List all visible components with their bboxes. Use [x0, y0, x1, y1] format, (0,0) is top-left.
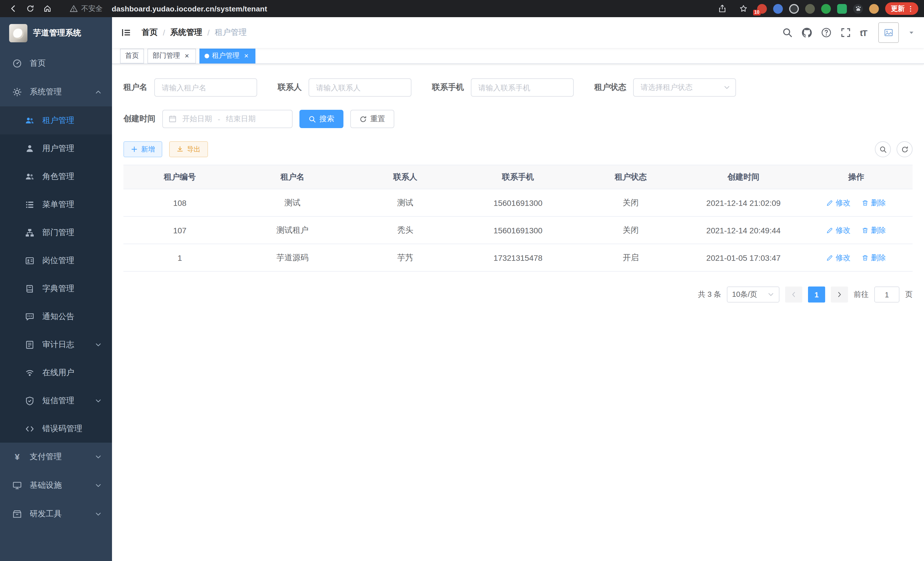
breadcrumb-system[interactable]: 系统管理: [170, 27, 202, 38]
sidebar-item-sms[interactable]: 短信管理: [0, 387, 112, 415]
close-icon[interactable]: ×: [242, 52, 250, 60]
edit-link[interactable]: 修改: [826, 198, 850, 208]
share-icon[interactable]: [715, 1, 730, 16]
tab-tenant[interactable]: 租户管理 ×: [200, 48, 255, 63]
dict-icon: [25, 284, 34, 293]
trash-icon: [862, 254, 869, 261]
refresh-icon: [359, 115, 367, 123]
delete-link[interactable]: 删除: [862, 225, 886, 235]
site-security-indicator[interactable]: 不安全: [70, 4, 103, 14]
sidebar-item-tenant[interactable]: 租户管理: [0, 106, 112, 134]
create-time-label: 创建时间: [123, 114, 155, 124]
extension-icon[interactable]: [805, 4, 815, 14]
search-button[interactable]: 搜索: [299, 110, 344, 128]
edit-link[interactable]: 修改: [826, 225, 850, 235]
sidebar-item-notice[interactable]: 通知公告: [0, 302, 112, 331]
goto-page-input[interactable]: [874, 287, 899, 302]
extension-icon[interactable]: [789, 4, 799, 14]
cell-status: 关闭: [574, 217, 687, 244]
prev-page-button[interactable]: [785, 287, 802, 302]
contact-input[interactable]: [309, 78, 411, 97]
sidebar-item-post[interactable]: 岗位管理: [0, 247, 112, 274]
breadcrumb-home[interactable]: 首页: [142, 27, 158, 38]
tenant-name-input[interactable]: [154, 78, 257, 97]
chevron-down-icon: [95, 511, 102, 517]
reset-button[interactable]: 重置: [350, 110, 394, 128]
caret-down-icon[interactable]: [908, 29, 915, 36]
sidebar-collapse-icon[interactable]: [121, 27, 131, 38]
export-button[interactable]: 导出: [169, 141, 208, 157]
bookmark-star-icon[interactable]: [736, 1, 751, 16]
menu-label: 错误码管理: [42, 423, 82, 434]
sms-icon: [25, 396, 34, 405]
sidebar-item-home[interactable]: 首页: [0, 49, 112, 78]
kebab-menu-icon[interactable]: [907, 5, 914, 12]
sidebar-item-audit-log[interactable]: 审计日志: [0, 331, 112, 359]
browser-back-button[interactable]: [6, 1, 21, 16]
refresh-table-button[interactable]: [897, 141, 913, 157]
sidebar-item-dict[interactable]: 字典管理: [0, 274, 112, 302]
add-button[interactable]: 新增: [123, 141, 162, 157]
extension-icon[interactable]: [837, 4, 847, 14]
menu-label: 短信管理: [42, 396, 74, 406]
search-icon[interactable]: [782, 27, 793, 38]
browser-reload-button[interactable]: [23, 1, 38, 16]
menu-label: 租户管理: [42, 115, 74, 126]
page-number-current[interactable]: 1: [808, 287, 825, 302]
filter-row-1: 租户名 联系人 联系手机 租户状态 请选择租户状态: [123, 78, 913, 97]
cell-tenant-id: 108: [123, 189, 236, 217]
font-size-icon[interactable]: tT: [860, 28, 867, 38]
browser-home-button[interactable]: [40, 1, 55, 16]
browser-update-button[interactable]: 更新: [885, 2, 918, 15]
github-icon[interactable]: [802, 27, 812, 38]
browser-profile-avatar[interactable]: [869, 4, 879, 14]
extension-icon[interactable]: [821, 4, 831, 14]
status-select[interactable]: 请选择租户状态: [633, 78, 736, 97]
close-icon[interactable]: ×: [183, 52, 191, 60]
status-label: 租户状态: [594, 82, 626, 93]
sidebar-item-system[interactable]: 系统管理: [0, 78, 112, 106]
search-icon: [879, 146, 886, 153]
menu-label: 系统管理: [30, 87, 62, 97]
menu-label: 在线用户: [42, 367, 74, 378]
sidebar-item-dept[interactable]: 部门管理: [0, 218, 112, 247]
sidebar-item-menu[interactable]: 菜单管理: [0, 190, 112, 218]
app-logo-row[interactable]: 芋道管理系统: [0, 17, 112, 49]
edit-icon: [826, 199, 833, 206]
export-button-label: 导出: [187, 144, 201, 154]
sidebar-item-devtools[interactable]: 研发工具: [0, 500, 112, 528]
help-icon[interactable]: [821, 27, 831, 38]
address-bar-url[interactable]: dashboard.yudao.iocoder.cn/system/tenant: [112, 4, 267, 13]
delete-link[interactable]: 删除: [862, 198, 886, 208]
sidebar-item-error-code[interactable]: 错误码管理: [0, 415, 112, 443]
sidebar-item-payment[interactable]: ¥ 支付管理: [0, 443, 112, 471]
extension-icon[interactable]: 10: [757, 4, 767, 14]
menu-label: 用户管理: [42, 143, 74, 153]
sidebar-item-role[interactable]: 角色管理: [0, 162, 112, 190]
next-page-button[interactable]: [831, 287, 848, 302]
extension-icon[interactable]: [773, 4, 783, 14]
extension-paw-icon[interactable]: [853, 4, 863, 14]
fullscreen-icon[interactable]: [841, 27, 851, 38]
col-status: 租户状态: [574, 165, 687, 189]
mobile-input[interactable]: [471, 78, 574, 97]
cell-actions: 修改 删除: [800, 217, 913, 244]
update-label: 更新: [891, 4, 904, 14]
sidebar-item-infra[interactable]: 基础设施: [0, 471, 112, 500]
sidebar-item-online-user[interactable]: 在线用户: [0, 359, 112, 387]
cell-tenant-name: 测试: [236, 189, 349, 217]
notice-icon: [25, 312, 34, 321]
menu-label: 首页: [30, 58, 46, 69]
edit-link[interactable]: 修改: [826, 253, 850, 263]
delete-link[interactable]: 删除: [862, 253, 886, 263]
page-size-select[interactable]: 10条/页: [727, 287, 779, 302]
sidebar-item-user[interactable]: 用户管理: [0, 134, 112, 162]
breadcrumb-separator: /: [207, 28, 210, 37]
tab-dept[interactable]: 部门管理 ×: [147, 48, 196, 63]
toggle-search-button[interactable]: [875, 141, 891, 157]
create-time-range-picker[interactable]: 开始日期 - 结束日期: [162, 110, 292, 128]
user-avatar[interactable]: [878, 22, 899, 43]
tab-home[interactable]: 首页: [120, 48, 144, 63]
cell-created: 2021-12-14 20:49:44: [687, 217, 800, 244]
menu-label: 审计日志: [42, 339, 74, 350]
